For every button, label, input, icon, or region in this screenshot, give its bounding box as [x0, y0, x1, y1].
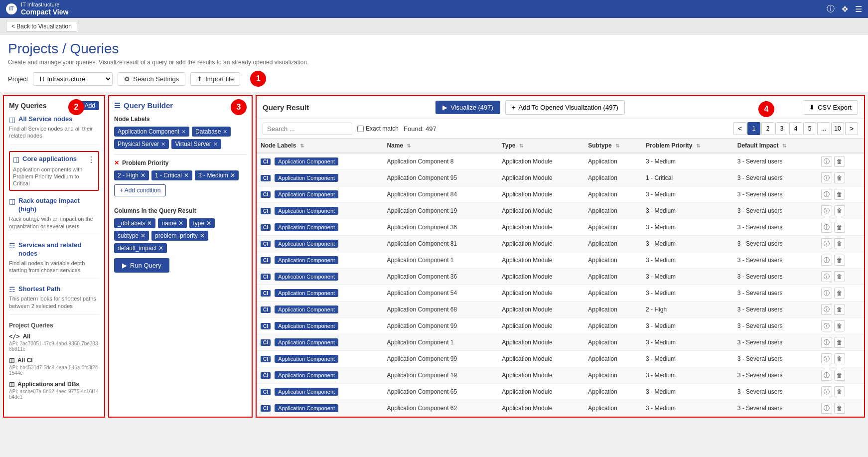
- node-label-tag[interactable]: Application Component: [275, 289, 338, 297]
- col-tag-dblabels[interactable]: _dbLabels ✕: [114, 218, 155, 228]
- row-delete-button[interactable]: 🗑: [834, 255, 845, 266]
- tag-remove-icon[interactable]: ✕: [141, 172, 145, 179]
- tag-remove-icon[interactable]: ✕: [178, 220, 183, 227]
- menu-icon[interactable]: ☰: [855, 4, 862, 14]
- row-info-button[interactable]: ⓘ: [821, 320, 832, 331]
- expand-icon[interactable]: ✥: [842, 4, 848, 14]
- row-delete-button[interactable]: 🗑: [834, 189, 845, 200]
- tag-remove-icon[interactable]: ✕: [161, 141, 165, 148]
- pagination-next[interactable]: >: [845, 122, 858, 135]
- tag-remove-icon[interactable]: ✕: [141, 232, 145, 239]
- tag-remove-icon[interactable]: ✕: [213, 141, 218, 148]
- row-info-button[interactable]: ⓘ: [821, 238, 832, 249]
- row-delete-button[interactable]: 🗑: [834, 353, 845, 364]
- node-label-tag[interactable]: Application Component: [275, 256, 338, 264]
- project-select[interactable]: IT Infrastructure: [33, 72, 113, 86]
- row-info-button[interactable]: ⓘ: [821, 156, 832, 167]
- row-delete-button[interactable]: 🗑: [834, 156, 845, 167]
- row-delete-button[interactable]: 🗑: [834, 403, 845, 414]
- tag-remove-icon[interactable]: ✕: [206, 220, 211, 227]
- query-name[interactable]: Shortest Path: [18, 285, 61, 294]
- row-delete-button[interactable]: 🗑: [834, 172, 845, 183]
- priority-tag-critical[interactable]: 1 - Critical ✕: [151, 170, 192, 180]
- add-condition-button[interactable]: + Add condition: [114, 184, 166, 196]
- row-delete-button[interactable]: 🗑: [834, 238, 845, 249]
- tag-physical-server[interactable]: Physical Server ✕: [114, 139, 169, 149]
- row-delete-button[interactable]: 🗑: [834, 370, 845, 381]
- project-query-name[interactable]: All: [23, 333, 30, 340]
- tag-virtual-server[interactable]: Virtual Server ✕: [171, 139, 221, 149]
- sort-icon[interactable]: ⇅: [615, 143, 619, 149]
- row-info-button[interactable]: ⓘ: [821, 189, 832, 200]
- pagination-page-10[interactable]: 10: [831, 122, 844, 135]
- pagination-page-2[interactable]: 2: [761, 122, 774, 135]
- node-label-tag[interactable]: Application Component: [275, 157, 338, 165]
- sort-icon[interactable]: ⇅: [696, 143, 700, 149]
- node-label-tag[interactable]: Application Component: [275, 305, 338, 313]
- csv-export-button[interactable]: ⬇ CSV Export: [803, 100, 858, 115]
- search-input[interactable]: [263, 123, 352, 135]
- import-file-button[interactable]: ⬆ Import file: [190, 72, 240, 86]
- info-icon[interactable]: ⓘ: [827, 4, 835, 14]
- node-label-tag[interactable]: Application Component: [275, 388, 338, 396]
- project-query-name[interactable]: Applications and DBs: [17, 381, 79, 388]
- node-label-tag[interactable]: Application Component: [275, 190, 338, 198]
- sort-icon[interactable]: ⇅: [300, 143, 304, 149]
- row-delete-button[interactable]: 🗑: [834, 205, 845, 216]
- pagination-page-1[interactable]: 1: [747, 122, 760, 135]
- exact-match-checkbox[interactable]: [357, 126, 364, 132]
- query-name[interactable]: Core applications: [22, 155, 77, 163]
- sort-icon[interactable]: ⇅: [519, 143, 523, 149]
- tag-remove-icon[interactable]: ✕: [147, 220, 152, 227]
- project-query-name[interactable]: All CI: [17, 357, 33, 364]
- row-delete-button[interactable]: 🗑: [834, 222, 845, 233]
- kebab-menu-icon[interactable]: ⋮: [87, 155, 95, 164]
- row-info-button[interactable]: ⓘ: [821, 205, 832, 216]
- node-label-tag[interactable]: Application Component: [275, 174, 338, 182]
- back-to-visualization-button[interactable]: < Back to Visualization: [6, 21, 77, 32]
- row-info-button[interactable]: ⓘ: [821, 222, 832, 233]
- tag-database[interactable]: Database ✕: [192, 127, 231, 137]
- col-tag-type[interactable]: type ✕: [189, 218, 215, 228]
- col-tag-default-impact[interactable]: default_impact ✕: [114, 243, 167, 253]
- row-delete-button[interactable]: 🗑: [834, 288, 845, 299]
- col-tag-problem-priority[interactable]: problem_priority ✕: [151, 231, 208, 241]
- pagination-prev[interactable]: <: [733, 122, 746, 135]
- row-delete-button[interactable]: 🗑: [834, 320, 845, 331]
- node-label-tag[interactable]: Application Component: [275, 371, 338, 379]
- remove-condition-icon[interactable]: ✕: [114, 159, 119, 166]
- query-name[interactable]: Services and related nodes: [18, 241, 99, 258]
- query-name[interactable]: Rack outage impact (high): [18, 197, 99, 214]
- node-label-tag[interactable]: Application Component: [275, 223, 338, 231]
- pagination-page-3[interactable]: 3: [775, 122, 788, 135]
- row-info-button[interactable]: ⓘ: [821, 271, 832, 282]
- row-info-button[interactable]: ⓘ: [821, 172, 832, 183]
- sort-icon[interactable]: ⇅: [782, 143, 786, 149]
- node-label-tag[interactable]: Application Component: [275, 322, 338, 330]
- row-info-button[interactable]: ⓘ: [821, 370, 832, 381]
- priority-tag-high[interactable]: 2 - High ✕: [114, 170, 149, 180]
- col-tag-subtype[interactable]: subtype ✕: [114, 231, 149, 241]
- search-settings-button[interactable]: ⚙ Search Settings: [118, 72, 185, 86]
- row-info-button[interactable]: ⓘ: [821, 386, 832, 397]
- tag-remove-icon[interactable]: ✕: [200, 232, 205, 239]
- node-label-tag[interactable]: Application Component: [275, 240, 338, 248]
- row-info-button[interactable]: ⓘ: [821, 288, 832, 299]
- row-delete-button[interactable]: 🗑: [834, 337, 845, 348]
- tag-remove-icon[interactable]: ✕: [223, 129, 227, 135]
- node-label-tag[interactable]: Application Component: [275, 207, 338, 215]
- pagination-page-5[interactable]: 5: [803, 122, 816, 135]
- tag-remove-icon[interactable]: ✕: [158, 245, 163, 252]
- pagination-page-4[interactable]: 4: [789, 122, 802, 135]
- tag-remove-icon[interactable]: ✕: [181, 129, 186, 135]
- add-to-visualization-button[interactable]: + Add To Opened Visualization (497): [505, 100, 625, 115]
- row-delete-button[interactable]: 🗑: [834, 304, 845, 315]
- sort-icon[interactable]: ⇅: [407, 143, 411, 149]
- priority-tag-medium[interactable]: 3 - Medium ✕: [195, 170, 239, 180]
- visualize-button[interactable]: ▶ Visualize (497): [435, 101, 500, 114]
- query-name[interactable]: All Service nodes: [18, 115, 72, 124]
- row-info-button[interactable]: ⓘ: [821, 337, 832, 348]
- row-delete-button[interactable]: 🗑: [834, 271, 845, 282]
- row-info-button[interactable]: ⓘ: [821, 403, 832, 414]
- node-label-tag[interactable]: Application Component: [275, 273, 338, 281]
